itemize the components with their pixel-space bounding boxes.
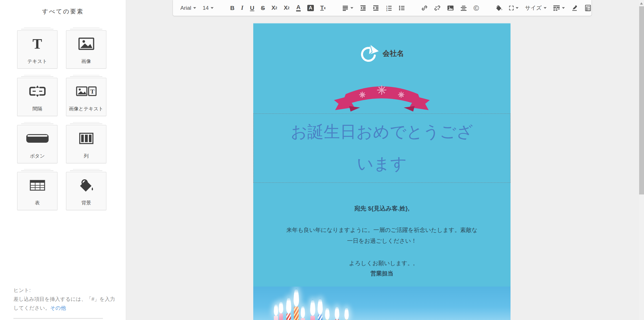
element-tile-label: 画像 [66, 58, 106, 65]
chevron-down-icon [544, 7, 547, 9]
size-button[interactable]: サイズ [525, 3, 547, 13]
insert-image-icon [447, 5, 454, 11]
candle-flame [335, 306, 339, 319]
hint-title: ヒント: [13, 286, 116, 295]
chevron-down-icon [562, 7, 565, 9]
link-button[interactable] [421, 3, 428, 13]
unlink-icon [434, 5, 440, 11]
candle [279, 313, 283, 320]
format-painter-button[interactable] [571, 3, 578, 13]
greeting-line[interactable]: 宛先 ${見込み客.姓}, [253, 204, 511, 212]
checklist-icon [585, 5, 591, 11]
font-color-button[interactable]: A [296, 3, 301, 13]
copyright-icon: © [473, 4, 479, 12]
heading-text-block[interactable]: お誕生日おめでとうございます [253, 114, 511, 183]
font-family-select[interactable]: Arial [180, 3, 196, 13]
chevron-down-icon [193, 7, 196, 9]
underline-button[interactable]: U [250, 3, 254, 13]
image-icon [66, 31, 106, 57]
outdent-button[interactable] [360, 3, 366, 13]
svg-text:T: T [90, 88, 94, 95]
row-spacing-button[interactable] [553, 3, 565, 13]
line-spacing-icon [460, 5, 467, 11]
closing-line[interactable]: よろしくお願いします。, [253, 259, 511, 267]
element-tile-label: テキスト [17, 58, 57, 65]
align-icon [342, 5, 348, 11]
link-icon [421, 5, 428, 11]
line-spacing-button[interactable] [460, 3, 467, 13]
merge-field-hint: ヒント: 差し込み項目を挿入するには、「#」を入力してください。その他 [13, 286, 116, 313]
clear-format-button[interactable]: Tx [320, 3, 326, 13]
candle-flame [279, 301, 283, 313]
indent-button[interactable] [373, 3, 379, 13]
candle-flame [294, 288, 299, 307]
vertical-scrollbar[interactable] [639, 0, 644, 320]
table-icon [17, 172, 57, 198]
bullet-list-button[interactable] [398, 3, 405, 13]
scroll-up-arrow-icon[interactable] [640, 2, 643, 5]
bullet-list-icon [398, 5, 405, 11]
candle [318, 315, 322, 320]
text-icon: T [17, 31, 57, 57]
strikethrough-button[interactable]: S [261, 3, 265, 13]
element-tile-button[interactable]: ボタン [17, 125, 57, 163]
sidebar-title: すべての要素 [0, 7, 126, 15]
company-logo-block[interactable]: 会社名 [253, 44, 511, 63]
formatting-toolbar: Arial 14 B I U S X2 X2 A A Tx 123 © サイズ [173, 0, 592, 16]
italic-button[interactable]: I [241, 3, 243, 13]
candle-flame [325, 307, 330, 320]
signature-line[interactable]: 営業担当 [253, 270, 511, 277]
element-tile-label: 画像とテキスト [66, 106, 106, 112]
font-size-select[interactable]: 14 [203, 3, 214, 13]
email-canvas[interactable]: 会社名 お誕生日おめでとうございます 宛先 ${見込み客.姓}, 来年も良い年に… [253, 23, 511, 320]
fill-color-button[interactable] [496, 3, 503, 13]
insert-image-button[interactable] [447, 3, 454, 13]
body-paragraph[interactable]: 来年も良い年になりますように。一層のご活躍を祈念いたします。素敵な一日をお過ごし… [253, 224, 511, 246]
border-button[interactable] [509, 3, 519, 13]
ordered-list-button[interactable]: 123 [386, 3, 392, 13]
subscript-button[interactable]: X2 [272, 3, 277, 13]
scrollbar-thumb[interactable] [639, 6, 644, 194]
element-tile-columns[interactable]: 列 [66, 125, 106, 163]
candle-flame [301, 305, 305, 318]
ordered-list-icon: 123 [386, 5, 392, 11]
element-tile-table[interactable]: 表 [17, 172, 57, 210]
columns-icon [66, 125, 106, 152]
chevron-down-icon [350, 7, 353, 9]
chevron-down-icon [211, 7, 214, 9]
candle [301, 318, 305, 320]
element-tile-image-text[interactable]: T 画像とテキスト [66, 78, 106, 116]
element-tile-label: 表 [17, 200, 57, 206]
candle-flame [286, 297, 291, 313]
birthday-candles-photo[interactable] [253, 287, 511, 320]
format-painter-icon [571, 5, 578, 11]
element-tile-text[interactable]: T テキスト [17, 30, 57, 69]
candle-flame [274, 304, 278, 316]
company-name: 会社名 [383, 49, 404, 58]
align-button[interactable] [342, 3, 353, 13]
candle-flame [344, 307, 349, 320]
element-tile-image[interactable]: 画像 [66, 30, 106, 69]
candle [310, 316, 315, 320]
element-tile-spacer[interactable]: 間隔 [17, 78, 57, 116]
element-tile-label: 間隔 [17, 106, 57, 112]
row-spacing-icon [553, 5, 560, 11]
elements-sidebar: すべての要素 T テキスト 画像 間隔 T 画像とテキスト ボタン 列 [0, 0, 126, 320]
unlink-button[interactable] [434, 3, 440, 13]
candle [274, 316, 278, 320]
bold-button[interactable]: B [230, 3, 234, 13]
highlight-color-button[interactable]: A [307, 3, 314, 13]
ribbon-banner-image[interactable] [333, 82, 431, 112]
chevron-down-icon [516, 7, 519, 9]
candle-flame [310, 299, 315, 316]
svg-text:3: 3 [386, 9, 387, 11]
hint-more-link[interactable]: その他 [50, 305, 66, 311]
copyright-button[interactable]: © [473, 3, 479, 13]
candle [286, 313, 291, 320]
element-tile-background[interactable]: 背景 [66, 172, 106, 210]
spacer-icon [17, 78, 57, 104]
candle-flame [318, 298, 323, 315]
fill-color-icon [496, 5, 503, 11]
checklist-button[interactable] [585, 3, 591, 13]
superscript-button[interactable]: X2 [284, 3, 290, 13]
